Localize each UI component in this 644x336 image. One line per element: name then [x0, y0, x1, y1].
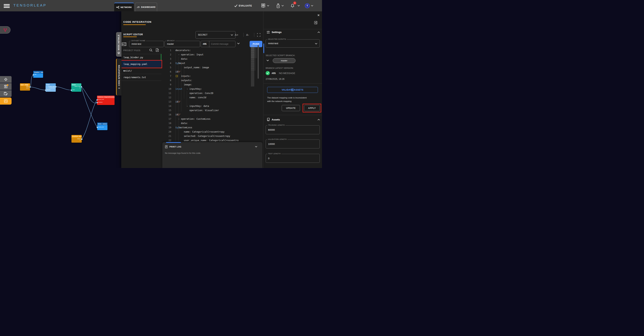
- node-title: CustomLoss - CategoricalCrossentropy: [97, 96, 114, 98]
- chevron-down-icon: [298, 5, 300, 6]
- menu-icon[interactable]: [4, 4, 10, 8]
- close-icon[interactable]: ✕: [317, 13, 320, 17]
- dataset-name-input[interactable]: [129, 41, 164, 47]
- search-icon[interactable]: [149, 48, 152, 52]
- power-menu-button[interactable]: [276, 0, 284, 11]
- editor-scrollbar-thumb[interactable]: [258, 45, 259, 79]
- unsaved-changes-badge: [7, 84, 8, 86]
- version-date: 27/06/2025, 16:26: [266, 78, 284, 80]
- node-port-data[interactable]: [33, 74, 34, 75]
- network-icon: [116, 6, 119, 8]
- insights-menu-button[interactable]: [261, 0, 269, 11]
- graph-node-groundtruth[interactable]: GroundTruth - classesclasses10: [72, 135, 82, 143]
- graph-node-model[interactable]: Model2-feature_mapUnknown shape19-input: [46, 83, 56, 92]
- node-port-2-feature_map[interactable]: [55, 86, 56, 87]
- validation-length-field[interactable]: VALIDATION LENGTH: [266, 139, 320, 148]
- node-port-subtext: 20,20,1: [26, 88, 29, 89]
- test-length-input[interactable]: [266, 154, 320, 163]
- line-number: 21: [162, 134, 171, 138]
- evaluate-button[interactable]: EVALUATE: [234, 0, 252, 11]
- dataset-name-field[interactable]: DATASET NAME: [129, 41, 164, 47]
- tab-network-label: NETWORK: [120, 6, 132, 8]
- chevron-up-icon[interactable]: [318, 31, 320, 33]
- validate-assets-button[interactable]: VALIDATE ASSETS: [267, 87, 318, 93]
- branch-input[interactable]: [165, 41, 200, 47]
- dock-panel-icon[interactable]: [314, 21, 317, 24]
- training-length-input[interactable]: [266, 125, 320, 134]
- node-port-label: 19-input: [47, 89, 50, 90]
- font-decrease-button[interactable]: A-: [246, 33, 249, 36]
- commit-message-input[interactable]: [209, 41, 235, 47]
- box-chevron-icon: [4, 99, 8, 103]
- apply-button[interactable]: APPLY: [304, 105, 320, 111]
- save-button[interactable]: [0, 83, 12, 90]
- fit-view-button[interactable]: [0, 76, 12, 83]
- collapse-editor-icon[interactable]: [122, 42, 126, 46]
- top-bar: TENSORLEAP NETWORK DASHBOARD EVALUATE: [0, 0, 322, 11]
- divider: [263, 11, 264, 168]
- node-port-ground_truth[interactable]: [96, 99, 98, 100]
- account-menu-button[interactable]: T: [305, 0, 313, 11]
- commit-history-chevron-icon[interactable]: [237, 43, 240, 44]
- git-branch-icon: [3, 28, 7, 32]
- node-port-feature_map[interactable]: [81, 86, 82, 87]
- save-as-button[interactable]: [0, 90, 12, 97]
- graph-node-customloss[interactable]: CustomLoss - CategoricalCrossentropygrou…: [97, 96, 114, 105]
- branch-pill[interactable]: master: [273, 58, 296, 63]
- node-port-label: input: [72, 89, 74, 90]
- import-export-button[interactable]: [0, 97, 12, 105]
- graph-node-dense[interactable]: Densefeature_map10input: [71, 83, 81, 92]
- branch-field[interactable]: BRANCH: [164, 41, 200, 47]
- panel-title: CODE INTEGRATION: [123, 20, 152, 23]
- crosshair-icon: [4, 77, 8, 81]
- node-port-19-input[interactable]: [45, 89, 46, 91]
- chevron-down-icon: [311, 5, 313, 6]
- code-integration-panel: ✕ CODE INTEGRATION SCRIPT EDITOR SECRET …: [121, 11, 322, 168]
- secret-select[interactable]: SECRET: [196, 31, 236, 39]
- tab-dashboard-label: DASHBOARD: [141, 6, 156, 8]
- secret-select-value: SECRET: [196, 31, 235, 38]
- version-status-icon: [266, 71, 270, 75]
- node-port-prediction[interactable]: [96, 102, 98, 103]
- fullscreen-icon[interactable]: [257, 33, 260, 37]
- settings-scrollbar-thumb[interactable]: [264, 43, 264, 53]
- indent-guide: [184, 65, 184, 99]
- save-edit-icon: [4, 92, 8, 95]
- file-row-mnist-[interactable]: ▶mnist/: [121, 67, 161, 74]
- file-row-requirements-txt[interactable]: requirements.txt: [121, 74, 161, 81]
- update-button[interactable]: UPDATE: [282, 105, 300, 111]
- training-length-field[interactable]: TRAINING LENGTH: [266, 125, 320, 134]
- validation-length-input[interactable]: [266, 140, 320, 148]
- line-number: 20: [162, 130, 171, 134]
- insights-icon: [261, 3, 266, 8]
- node-title: Model: [46, 83, 56, 86]
- add-file-icon[interactable]: [156, 48, 159, 52]
- font-increase-button[interactable]: A+: [235, 33, 238, 36]
- chevron-up-icon[interactable]: [318, 119, 320, 120]
- tab-dashboard[interactable]: DASHBOARD: [135, 2, 157, 11]
- commit-field[interactable]: #05: [201, 41, 236, 47]
- line-number: 7: [162, 74, 171, 78]
- test-length-field[interactable]: TEST LENGTH: [266, 154, 320, 163]
- version-number: #05: [272, 72, 276, 75]
- chevron-down-icon[interactable]: [255, 146, 257, 147]
- selected-scripts-select[interactable]: SELECTED SCRIPTS mnist-test: [266, 39, 320, 47]
- file-row-leap-mapping-yaml[interactable]: leap_mapping.yaml: [121, 61, 161, 67]
- file-row-leap-binder-py[interactable]: leap_binder.py: [121, 54, 161, 61]
- node-port-subtext: Unknown shape: [49, 87, 55, 88]
- line-number: 22: [162, 138, 171, 142]
- node-port-output_pred[interactable]: [97, 127, 98, 128]
- line-number: 6: [162, 69, 171, 74]
- node-port-image[interactable]: [30, 86, 31, 88]
- tab-network[interactable]: NETWORK: [114, 2, 134, 11]
- graph-node-visualizer[interactable]: Visualizer - Imagedata: [33, 71, 43, 78]
- graph-node-metric[interactable]: Metric - metricsoutput_pred: [97, 122, 108, 130]
- node-port-classes[interactable]: [81, 139, 82, 140]
- chevron-down-icon[interactable]: [266, 60, 269, 61]
- code-integration-tab[interactable]: CODE INTEGRATION <>: [116, 58, 122, 95]
- node-details-tab[interactable]: NODE DETAILS: [116, 32, 122, 57]
- dashboard-icon: [137, 6, 140, 8]
- node-port-input[interactable]: [71, 89, 72, 91]
- graph-node-input[interactable]: Input - imageimage20,20,1: [20, 83, 30, 91]
- versions-tab[interactable]: [0, 26, 10, 33]
